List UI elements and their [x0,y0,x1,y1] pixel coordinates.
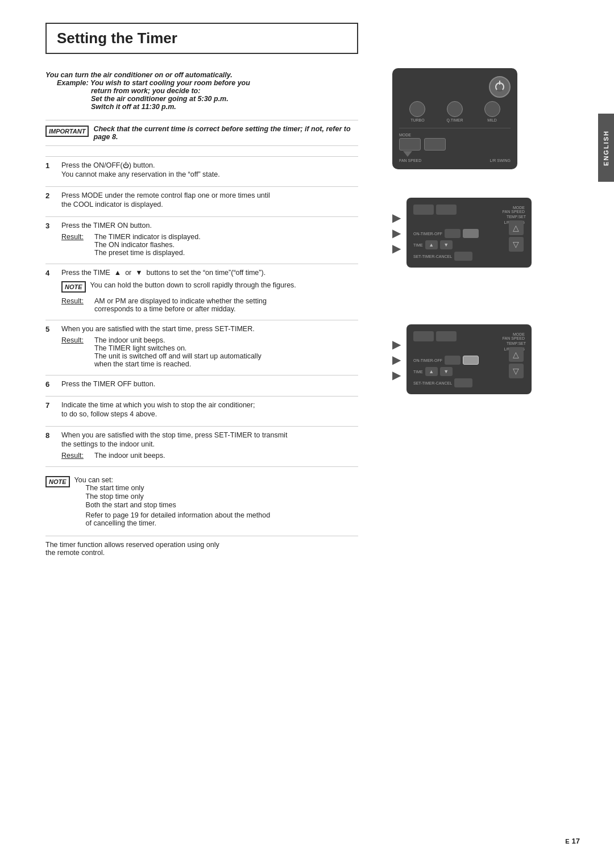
result-text-5: The indoor unit beeps. The TIMER light s… [94,336,262,368]
result-text-8: The indoor unit beeps. [94,452,165,460]
diag2-fanspeed-label: FAN SPEED [503,210,525,214]
step-1: 1 Press the ON/OFF(⏻) button. You cannot… [45,156,358,184]
diag3-mode-btn [413,331,434,341]
final-note-intro: You can set: [74,476,271,484]
page-num-value: 17 [572,837,580,845]
diagram-2: MODE FAN SPEED L/R SWING ON-TIMER-OFF TI… [406,198,532,268]
result-label-8: Result: [61,452,90,460]
final-note-item-3: Refer to page 19 for detailed informatio… [86,511,271,527]
step-1-text: Press the ON/OFF(⏻) button. [61,161,358,169]
page-container: Setting the Timer You can turn the air c… [0,0,614,868]
lr-swing-label: L/R SWING [489,158,511,162]
power-button [489,76,511,98]
step-8-body: When you are satisfied with the stop tim… [61,431,358,460]
final-note-item-2: Both the start and stop times [86,501,271,509]
mild-label: MILD [487,118,497,122]
step-5-num: 5 [45,325,55,368]
diagram-2-pointers: ▶ ▶ ▶ [392,211,401,255]
bottom-controls: MODE FAN SPEED L/R SWING [399,133,511,162]
mode-label: MODE [399,133,446,137]
diag2-fanspeed-btn [436,205,457,215]
step-6-num: 6 [45,380,55,389]
step-8: 8 When you are satisfied with the stop t… [45,426,358,464]
diag3-fanspeed-label: FAN SPEED [503,336,525,340]
step-3-text: Press the TIMER ON button. [61,222,358,229]
step-7-body: Indicate the time at which you wish to s… [61,401,358,419]
intro-block: You can turn the air conditioner on or o… [45,71,358,111]
diag3-tempset-dn: ▽ [509,364,524,378]
diag3-ontimer-label: ON-TIMER-OFF [413,358,442,362]
diag2-tempset-up: △ [509,220,524,235]
turbo-label: TURBO [410,118,425,122]
step-5: 5 When you are satisfied with the start … [45,320,358,373]
step-3-num: 3 [45,222,55,257]
ptr-3: ▶ [392,241,401,255]
step-4-result: Result: AM or PM are displayed to indica… [61,297,358,313]
intro-line3: return from work; you decide to: [91,87,358,95]
step-8-text: When you are satisfied with the stop tim… [61,431,358,439]
final-note-list: The start time only The stop time only B… [86,484,271,527]
step-4-body: Press the TIME ▲ or ▼ buttons to set the… [61,269,358,313]
page-number: E 17 [565,837,580,845]
diag3-tempset-label: TEMP.SET [507,341,526,345]
step-4-num: 4 [45,269,55,313]
diag3-on-btn [445,356,460,365]
diagram-1: TURBO Q.TIMER MILD MODE [392,68,517,169]
qtimer-btn-group: Q.TIMER [446,101,463,122]
diag2-setcancel-label: SET-TIMER-CANCEL [413,254,452,258]
step-4-note: NOTE You can hold the button down to scr… [61,281,358,293]
closing-text2: the remote control. [45,549,358,557]
diagram-3-wrapper: ▶ ▶ ▶ MODE FAN SPEED L/R SWING [392,324,540,394]
step-7-sub: to do so, follow steps 4 above. [61,410,358,418]
diag2-mode-label: MODE [513,206,525,210]
important-label: IMPORTANT [45,126,89,137]
diagram-2-wrapper: ▶ ▶ ▶ MODE FAN SPEED L/R SWING [392,198,540,268]
diag2-top: MODE FAN SPEED [413,205,525,215]
diag3-top: MODE FAN SPEED [413,331,525,341]
diag2-tempset-label: TEMP.SET [507,215,526,219]
final-note-content: You can set: The start time only The sto… [74,476,271,528]
step-3: 3 Press the TIMER ON button. Result: The… [45,216,358,261]
fan-speed-btn [424,138,446,151]
step-4: 4 Press the TIME ▲ or ▼ buttons to set t… [45,264,358,318]
intro-example-text: You wish to start cooling your room befo… [90,79,250,87]
ptr-1: ▶ [392,211,401,224]
diag2-setcancel-row: SET-TIMER-CANCEL [413,252,525,261]
note-label-4: NOTE [61,281,86,293]
page-e-prefix: E [565,838,569,845]
step-3-body: Press the TIMER ON button. Result: The T… [61,222,358,257]
diag3-fanspeed-btn [436,331,457,341]
diag3-off-btn-highlighted [463,356,479,365]
step-5-text: When you are satisfied with the start ti… [61,325,358,333]
diag2-on-btn [445,229,460,238]
mild-btn-group: MILD [484,101,500,122]
final-note-block: NOTE You can set: The start time only Th… [45,476,358,528]
step-8-sub: the settings to the indoor unit. [61,440,358,448]
result-label-3: Result: [61,233,90,257]
diag2-mode-btn [413,205,434,215]
step-2-sub: the COOL indicator is displayed. [61,201,358,208]
step-2-num: 2 [45,191,55,210]
diag3-setcancel-btn [454,378,472,387]
result-label-5: Result: [61,336,90,368]
result-label-4: Result: [61,297,90,313]
step-1-body: Press the ON/OFF(⏻) button. You cannot m… [61,161,358,180]
diagram-3: MODE FAN SPEED L/R SWING ON-TIMER-OFF TI… [406,324,532,394]
diag2-off-btn [463,229,479,238]
diag3-setcancel-label: SET-TIMER-CANCEL [413,381,452,385]
final-note-item-1: The stop time only [86,493,271,500]
diag2-setcancel-btn [454,252,472,261]
step-6-body: Press the TIMER OFF button. [61,380,358,389]
mode-group: MODE FAN SPEED [399,133,446,162]
result-text-4: AM or PM are displayed to indicate wheth… [94,297,267,313]
note-text-4: You can hold the button down to scroll r… [90,281,296,289]
step-2: 2 Press MODE under the remote control fl… [45,186,358,214]
step-7-num: 7 [45,401,55,419]
important-block: IMPORTANT Check that the current time is… [45,120,358,146]
diag2-time-label: TIME [413,243,423,247]
diag3-time-label: TIME [413,370,423,374]
diag2-ontimer-label: ON-TIMER-OFF [413,232,442,236]
important-text: Check that the current time is correct b… [93,125,358,141]
ptr-6: ▶ [392,368,401,382]
intro-example-label: Example: [57,79,89,87]
